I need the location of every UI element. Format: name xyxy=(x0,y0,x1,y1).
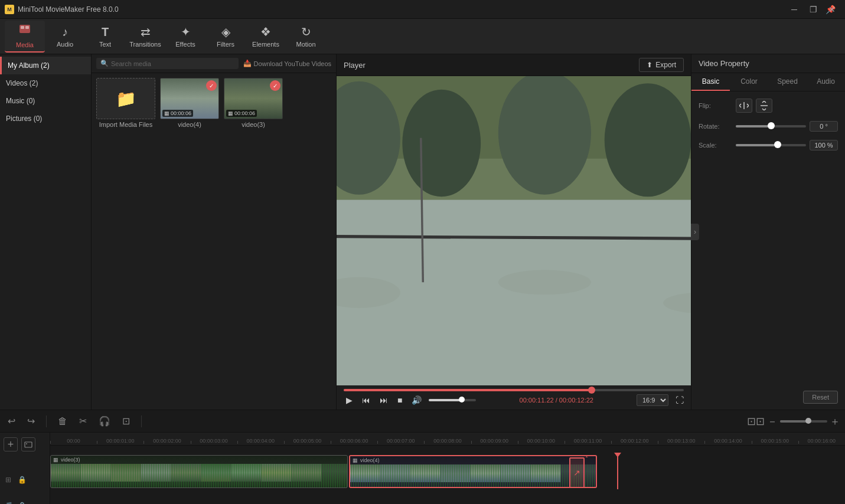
export-button[interactable]: ⬆ Export xyxy=(639,58,684,72)
progress-bar[interactable] xyxy=(344,389,684,391)
timeline-scroll-area[interactable]: 00:00 00:00:01:00 00:00:02:00 00:00:03:0… xyxy=(50,433,845,504)
svg-point-10 xyxy=(498,76,591,195)
delete-button[interactable]: 🗑 xyxy=(55,415,70,428)
toolbar: Media ♪ Audio T Text ⇄ Transitions ✦ Eff… xyxy=(0,19,845,54)
zoom-out-button[interactable]: － xyxy=(767,414,778,428)
rotate-controls: 0 ° xyxy=(736,121,838,132)
progress-fill xyxy=(344,389,592,391)
download-youtube-button[interactable]: 📥 Download YouTube Videos xyxy=(243,60,332,67)
video-track-mute-button[interactable]: 🔒 xyxy=(16,474,28,486)
audio-track-controls: 🎵 🔒 xyxy=(2,498,47,504)
cut-button[interactable]: ✂ xyxy=(76,414,90,428)
toolbar-text[interactable]: T Text xyxy=(85,21,125,53)
rotate-handle[interactable] xyxy=(768,122,775,129)
scale-label: Scale: xyxy=(699,142,731,149)
audio-detach-button[interactable]: 🎧 xyxy=(96,414,113,428)
controls-row: ▶ ⏮ ⏭ ■ 🔊 00:00:11.22 / 00:00:12:22 16:9… xyxy=(344,394,684,406)
stop-button[interactable]: ■ xyxy=(395,394,404,406)
tab-color[interactable]: Color xyxy=(730,73,768,91)
video3-thumb[interactable]: ▦ 00:00:06 ✓ xyxy=(224,78,283,119)
sidebar-item-music[interactable]: Music (0) xyxy=(0,92,91,110)
svg-rect-1 xyxy=(21,26,24,29)
flip-vertical-button[interactable] xyxy=(756,99,772,113)
ruler-mark-14: 00:00:14:00 xyxy=(704,438,751,444)
minimize-button[interactable]: ─ xyxy=(786,2,802,17)
zoom-fit-button[interactable]: ⊡⊡ xyxy=(747,415,765,428)
volume-bar[interactable] xyxy=(429,399,476,401)
zoom-handle[interactable] xyxy=(805,418,811,424)
aspect-ratio-select[interactable]: 16:9 9:16 1:1 4:3 xyxy=(637,394,668,406)
timeline-body: + ⊞ 🔒 🎵 🔒 00:00 00:00:01:0 xyxy=(0,433,845,504)
video-track-expand-button[interactable]: ⊞ xyxy=(2,474,14,486)
toolbar-sep-1 xyxy=(46,415,47,427)
fullscreen-button[interactable]: ⛶ xyxy=(676,395,684,405)
video3-clip-header: ▦ video(3) xyxy=(51,456,347,464)
scale-slider[interactable] xyxy=(736,144,806,146)
undo-button[interactable]: ↩ xyxy=(5,414,18,428)
svg-point-18 xyxy=(26,443,27,444)
sidebar-item-videos[interactable]: Videos (2) xyxy=(0,74,91,92)
media-area: 🔍 Search media 📥 Download YouTube Videos… xyxy=(92,54,336,410)
time-display: 00:00:11.22 / 00:00:12:22 xyxy=(520,397,593,404)
video4-clip[interactable]: ▦ video(4) xyxy=(349,455,597,488)
scale-handle[interactable] xyxy=(774,141,781,148)
scale-value[interactable]: 100 % xyxy=(810,140,838,150)
close-button[interactable]: ✕ xyxy=(824,2,840,17)
sidebar-item-pictures[interactable]: Pictures (0) xyxy=(0,110,91,127)
sidebar-item-my-album[interactable]: My Album (2) xyxy=(0,57,91,74)
rotate-value[interactable]: 0 ° xyxy=(810,121,838,132)
toolbar-audio[interactable]: ♪ Audio xyxy=(45,21,85,53)
toolbar-filters[interactable]: ◈ Filters xyxy=(205,21,246,53)
tab-speed[interactable]: Speed xyxy=(768,73,807,91)
flip-horizontal-button[interactable] xyxy=(736,99,752,113)
video3-clip[interactable]: ▦ video(3) xyxy=(50,455,348,488)
toolbar-elements[interactable]: ❖ Elements xyxy=(246,21,286,53)
progress-handle[interactable] xyxy=(588,387,595,394)
tab-audio[interactable]: Audio xyxy=(807,73,845,91)
toolbar-motion[interactable]: ↻ Motion xyxy=(286,21,326,53)
playhead[interactable] xyxy=(617,454,618,489)
toolbar-motion-label: Motion xyxy=(296,41,315,48)
video4-thumb[interactable]: ▦ 00:00:06 ✓ xyxy=(160,78,219,119)
add-video-track-button[interactable]: + xyxy=(4,437,18,451)
import-media-item[interactable]: 📁 Import Media Files xyxy=(96,78,155,128)
restore-button[interactable]: ❐ xyxy=(805,2,821,17)
scale-row: Scale: 100 % xyxy=(699,140,838,150)
zoom-in-button[interactable]: ＋ xyxy=(830,414,840,428)
folder-icon: 📁 xyxy=(116,89,136,109)
cut-marker-1[interactable]: ↗ 1 xyxy=(569,457,585,488)
toolbar-effects[interactable]: ✦ Effects xyxy=(165,21,205,53)
video3-check: ✓ xyxy=(270,80,280,91)
reset-button[interactable]: Reset xyxy=(803,391,838,404)
import-label: Import Media Files xyxy=(99,121,152,128)
player-controls: ▶ ⏮ ⏭ ■ 🔊 00:00:11.22 / 00:00:12:22 16:9… xyxy=(337,385,691,410)
volume-handle[interactable] xyxy=(459,397,465,402)
toolbar-audio-label: Audio xyxy=(57,41,73,48)
video4-waveform-wave xyxy=(350,464,596,487)
audio-lock-button[interactable]: 🔒 xyxy=(16,500,28,504)
player-header: Player ⬆ Export xyxy=(337,54,691,76)
skip-forward-button[interactable]: ⏭ xyxy=(377,394,390,406)
crop-button[interactable]: ⊡ xyxy=(119,414,133,428)
tab-basic[interactable]: Basic xyxy=(691,73,730,91)
search-box[interactable]: 🔍 Search media xyxy=(96,58,239,69)
play-button[interactable]: ▶ xyxy=(344,394,355,406)
toolbar-transitions[interactable]: ⇄ Transitions xyxy=(125,21,165,53)
sidebar-music-label: Music (0) xyxy=(6,97,35,105)
toolbar-media[interactable]: Media xyxy=(5,21,45,53)
volume-button[interactable]: 🔊 xyxy=(409,394,424,406)
add-photo-track-button[interactable] xyxy=(21,437,35,451)
video4-duration-badge: ▦ 00:00:06 xyxy=(162,110,193,117)
media-item-video4[interactable]: ▦ 00:00:06 ✓ video(4) xyxy=(160,78,219,128)
media-item-video3[interactable]: ▦ 00:00:06 ✓ video(3) xyxy=(224,78,283,128)
app-icon: M xyxy=(5,5,14,14)
skip-back-button[interactable]: ⏮ xyxy=(360,394,373,406)
import-thumb[interactable]: 📁 xyxy=(96,78,155,119)
collapse-panel-button[interactable]: › xyxy=(691,224,699,240)
timeline-ruler: 00:00 00:00:01:00 00:00:02:00 00:00:03:0… xyxy=(50,433,845,446)
rotate-slider[interactable] xyxy=(736,125,806,127)
zoom-slider[interactable] xyxy=(780,420,827,423)
redo-button[interactable]: ↪ xyxy=(24,414,38,428)
video3-badge-icon: ▦ xyxy=(228,110,233,116)
video4-label: video(4) xyxy=(178,121,201,128)
